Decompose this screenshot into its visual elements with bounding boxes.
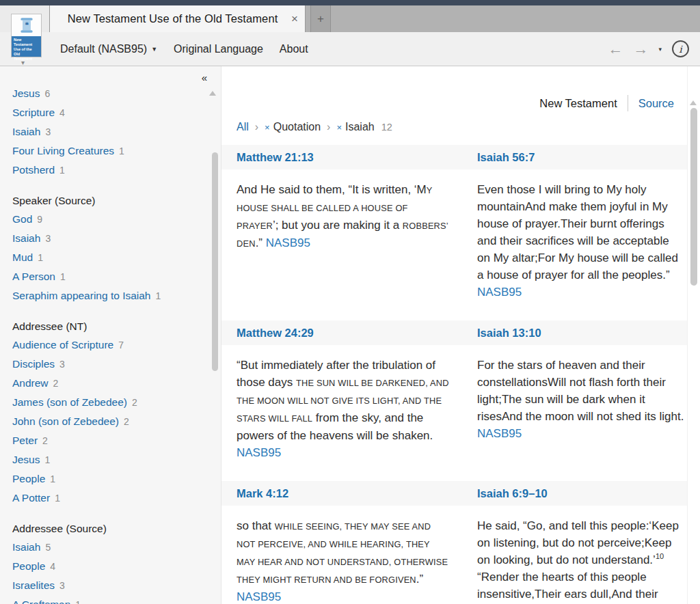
tab-title: New Testament Use of the Old Testament xyxy=(59,12,286,25)
close-tab-icon[interactable]: × xyxy=(291,12,298,26)
facet-list: Jesus6Scripture4Isaiah3Four Living Creat… xyxy=(0,66,221,604)
main-scrollbar-thumb[interactable] xyxy=(690,108,697,286)
nt-passage: “But immediately after the tribulation o… xyxy=(237,357,450,461)
caption-line: Old Testament xyxy=(14,52,39,61)
forward-arrow-icon[interactable]: → xyxy=(633,42,648,57)
facet-link[interactable]: A Craftsman xyxy=(12,599,70,604)
passage-text: so that xyxy=(237,519,275,532)
facet-item: Jesus1 xyxy=(12,450,200,469)
view-divider xyxy=(628,95,628,111)
facet-link[interactable]: Isaiah xyxy=(12,232,40,244)
facet-item: Isaiah3 xyxy=(12,229,200,248)
facet-link[interactable]: Potsherd xyxy=(12,164,55,176)
facet-item: Peter2 xyxy=(12,431,200,450)
facet-sidebar: « Jesus6Scripture4Isaiah3Four Living Cre… xyxy=(0,66,221,604)
result-row-header: Matthew 21:13Isaiah 56:7 xyxy=(221,145,687,169)
source-reference-link[interactable]: Isaiah 6:9–10 xyxy=(477,487,684,500)
result-row-body: so that while seeing, they may see and n… xyxy=(221,506,687,604)
sidebar-scrollbar-thumb[interactable] xyxy=(212,152,218,371)
app-icon-caption: New Testament Use of the Old Testament xyxy=(12,36,41,57)
facet-link[interactable]: Four Living Creatures xyxy=(12,145,114,156)
facet-link[interactable]: God xyxy=(12,213,32,225)
source-reference-link[interactable]: Isaiah 56:7 xyxy=(477,151,684,164)
version-link[interactable]: NASB95 xyxy=(477,427,522,440)
facet-link[interactable]: Andrew xyxy=(12,377,49,389)
facet-link[interactable]: Disciples xyxy=(12,358,55,370)
facet-link[interactable]: James (son of Zebedee) xyxy=(12,396,127,408)
facet-link[interactable]: People xyxy=(12,560,45,572)
tab-new-testament-use[interactable]: New Testament Use of the Old Testament × xyxy=(50,5,306,32)
facet-count: 1 xyxy=(38,252,43,263)
facet-link[interactable]: A Person xyxy=(12,271,55,282)
collapse-sidebar-icon[interactable]: « xyxy=(202,72,207,83)
new-tab-button[interactable]: + xyxy=(310,5,331,32)
passage-text: ’; but you are making it a xyxy=(273,219,403,232)
facet-link[interactable]: John (son of Zebedee) xyxy=(12,415,119,427)
info-icon[interactable]: i xyxy=(672,40,689,57)
facet-link[interactable]: Israelites xyxy=(12,579,55,591)
source-reference-link[interactable]: Isaiah 13:10 xyxy=(477,327,684,340)
facet-item: People1 xyxy=(12,469,200,489)
facet-count: 2 xyxy=(53,378,59,389)
facet-count: 1 xyxy=(45,454,51,465)
facet-item: Scripture4 xyxy=(12,103,200,122)
facet-item: Seraphim appearing to Isaiah1 xyxy=(12,286,200,305)
nt-reference-link[interactable]: Mark 4:12 xyxy=(237,487,450,500)
facet-count: 2 xyxy=(132,397,137,408)
facet-link[interactable]: Scripture xyxy=(12,107,55,118)
facet-item: A Person1 xyxy=(12,267,200,286)
history-caret-icon[interactable]: ▾ xyxy=(658,46,662,53)
facet-link[interactable]: Isaiah xyxy=(12,126,40,137)
passage-text: For the stars of heaven and their conste… xyxy=(477,359,684,423)
result-row-header: Mark 4:12Isaiah 6:9–10 xyxy=(221,481,687,506)
version-link[interactable]: NASB95 xyxy=(237,590,281,603)
default-version-menu[interactable]: Default (NASB95) ▼ xyxy=(60,43,157,55)
facet-count: 5 xyxy=(45,542,51,553)
facet-item: Isaiah5 xyxy=(12,538,200,557)
toolbar: Default (NASB95) ▼ Original Language Abo… xyxy=(0,32,700,66)
facet-item: Four Living Creatures1 xyxy=(12,141,200,161)
remove-filter-icon[interactable]: × xyxy=(336,122,342,133)
results-panel: New Testament Source All › × Quotation ›… xyxy=(221,66,700,604)
back-arrow-icon[interactable]: ← xyxy=(608,42,623,57)
about-menu[interactable]: About xyxy=(280,43,308,55)
version-link[interactable]: NASB95 xyxy=(266,236,310,249)
facet-link[interactable]: A Potter xyxy=(12,492,50,504)
breadcrumb-separator: › xyxy=(327,121,330,133)
app-icon-tile[interactable]: ❝ New Testament Use of the Old Testament xyxy=(12,14,41,57)
view-tab-source[interactable]: Source xyxy=(638,97,674,110)
original-language-menu[interactable]: Original Language xyxy=(174,43,263,55)
facet-link[interactable]: Jesus xyxy=(12,87,40,99)
facet-item: Isaiah3 xyxy=(12,122,200,141)
app-menu-caret-icon[interactable]: ▾ xyxy=(21,59,25,66)
facet-item: Jesus6 xyxy=(12,84,200,103)
facet-link[interactable]: Peter xyxy=(12,435,38,446)
facet-link[interactable]: People xyxy=(12,473,45,484)
facet-link[interactable]: Mud xyxy=(12,251,33,263)
nt-reference-link[interactable]: Matthew 24:29 xyxy=(237,327,450,340)
facet-item: A Craftsman1 xyxy=(12,595,200,604)
view-tab-new-testament[interactable]: New Testament xyxy=(539,97,617,110)
breadcrumb-filter-quotation: × Quotation xyxy=(265,121,321,133)
facet-count: 1 xyxy=(75,599,81,604)
toolbar-menu: Default (NASB95) ▼ Original Language Abo… xyxy=(60,43,308,55)
result-row-header: Matthew 24:29Isaiah 13:10 xyxy=(221,320,687,345)
svg-text:❝: ❝ xyxy=(25,21,28,29)
version-link[interactable]: NASB95 xyxy=(237,446,281,459)
facet-item: Disciples3 xyxy=(12,355,200,374)
main-scroll-up-icon[interactable] xyxy=(690,100,697,105)
facet-link[interactable]: Isaiah xyxy=(12,541,40,553)
nt-reference-link[interactable]: Matthew 21:13 xyxy=(237,151,450,164)
facet-link[interactable]: Audience of Scripture xyxy=(12,339,113,351)
facet-count: 1 xyxy=(55,493,60,504)
content-area: « Jesus6Scripture4Isaiah3Four Living Cre… xyxy=(0,66,700,604)
result-count: 12 xyxy=(381,122,392,133)
sidebar-scroll-up-icon[interactable] xyxy=(209,91,216,96)
facet-link[interactable]: Jesus xyxy=(12,454,40,465)
version-link[interactable]: NASB95 xyxy=(477,286,522,299)
remove-filter-icon[interactable]: × xyxy=(265,122,270,133)
passage-text: He said, “Go, and tell this people:‘Keep… xyxy=(477,519,679,566)
facet-count: 2 xyxy=(42,435,48,446)
facet-link[interactable]: Seraphim appearing to Isaiah xyxy=(12,290,151,301)
breadcrumb-all-link[interactable]: All xyxy=(237,121,249,133)
